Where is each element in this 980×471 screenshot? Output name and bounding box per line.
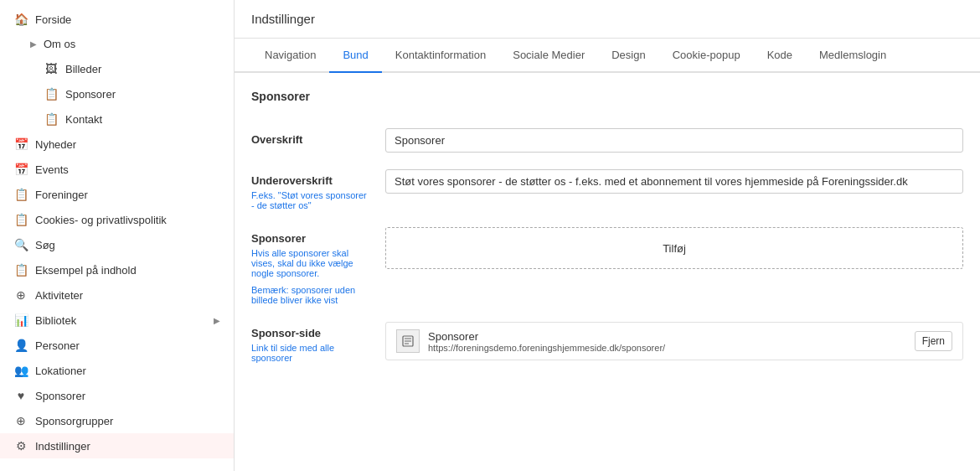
underoverskrift-row: Underoverskrift F.eks. "Støt vores spons…	[251, 169, 963, 210]
tab-kontaktinformation[interactable]: Kontaktinformation	[382, 39, 499, 73]
sponsor-url: https://foreningsdemo.foreningshjemmesid…	[428, 343, 906, 353]
sponsor-side-info: Sponsorer https://foreningsdemo.forening…	[428, 330, 906, 353]
section-title: Sponsorer	[251, 90, 963, 111]
tab-sociale-medier[interactable]: Sociale Medier	[499, 39, 598, 73]
tab-navigation[interactable]: Navigation	[251, 39, 329, 73]
home-icon: 🏠	[13, 13, 28, 26]
underoverskrift-field	[385, 169, 963, 194]
image-icon: 🖼	[44, 62, 59, 75]
sponsorer-hint2: Bemærk: sponsorer uden billede bliver ik…	[251, 285, 369, 305]
sidebar-item-nyheder[interactable]: 📅 Nyheder	[0, 132, 234, 157]
sidebar-item-events[interactable]: 📅 Events	[0, 157, 234, 182]
chevron-right-icon: ▶	[214, 316, 220, 325]
sidebar-item-billeder[interactable]: 🖼 Billeder	[0, 56, 234, 81]
sidebar-item-sponsorer[interactable]: 📋 Sponsorer	[0, 81, 234, 106]
group-icon: ⊕	[13, 414, 28, 427]
sidebar-item-label: Personer	[35, 339, 220, 352]
chevron-icon: ▶	[30, 39, 37, 49]
sidebar-item-lokationer[interactable]: 👥 Lokationer	[0, 358, 234, 383]
tabs-bar: Navigation Bund Kontaktinformation Socia…	[235, 39, 980, 73]
tab-kode[interactable]: Kode	[754, 39, 806, 73]
sponsor-page-icon	[396, 329, 420, 353]
tab-design[interactable]: Design	[598, 39, 658, 73]
overskrift-input[interactable]	[385, 128, 963, 153]
search-icon: 🔍	[13, 238, 28, 251]
tab-content: Sponsorer Overskrift Underoverskrift F.e…	[235, 73, 980, 396]
calendar-icon: 📅	[13, 137, 28, 151]
sidebar-item-label: Om os	[44, 38, 220, 50]
sidebar-item-label: Eksempel på indhold	[35, 264, 220, 277]
page-icon: 📋	[44, 112, 59, 126]
sidebar-item-forside[interactable]: 🏠 Forside	[0, 7, 234, 32]
sidebar-item-label: Cookies- og privatlivspolitik	[35, 214, 220, 226]
sidebar-item-label: Foreninger	[35, 189, 220, 201]
underoverskrift-label: Underoverskrift F.eks. "Støt vores spons…	[251, 169, 369, 210]
sidebar-item-sog[interactable]: 🔍 Søg	[0, 232, 234, 257]
sidebar-item-label: Indstillinger	[35, 440, 220, 453]
sidebar-item-aktiviteter[interactable]: ⊕ Aktiviteter	[0, 282, 234, 308]
tab-medlemslogin[interactable]: Medlemslogin	[806, 39, 900, 73]
sidebar-item-eksempel[interactable]: 📋 Eksempel på indhold	[0, 257, 234, 282]
sidebar-item-sponsorgrupper[interactable]: ⊕ Sponsorgrupper	[0, 408, 234, 433]
underoverskrift-input[interactable]	[385, 169, 963, 194]
page-icon: 📋	[13, 263, 28, 277]
sponsor-side-entry: Sponsorer https://foreningsdemo.forening…	[385, 322, 963, 360]
person-icon: 👤	[13, 339, 28, 352]
overskrift-row: Overskrift	[251, 128, 963, 153]
location-icon: 👥	[13, 364, 28, 377]
sponsor-name: Sponsorer	[428, 330, 906, 343]
sidebar-item-label: Sponsorer	[35, 390, 220, 402]
library-icon: 📊	[13, 313, 28, 327]
tab-cookie-popup[interactable]: Cookie-popup	[659, 39, 754, 73]
sidebar-item-bibliotek[interactable]: 📊 Bibliotek ▶	[0, 308, 234, 333]
sidebar-item-label: Sponsorer	[65, 88, 220, 101]
sponsorer-label: Sponsorer Hvis alle sponsorer skal vises…	[251, 227, 369, 305]
main-content: Indstillinger Navigation Bund Kontaktinf…	[235, 0, 980, 471]
sponsor-side-row: Sponsor-side Link til side med alle spon…	[251, 322, 963, 363]
gear-icon: ⚙	[13, 439, 28, 453]
sidebar-item-label: Søg	[35, 239, 220, 251]
sidebar-item-label: Lokationer	[35, 365, 220, 377]
calendar-icon: 📅	[13, 163, 28, 176]
page-icon: 📋	[44, 87, 59, 101]
sponsor-side-hint: Link til side med alle sponsorer	[251, 343, 369, 363]
sponsorer-row: Sponsorer Hvis alle sponsorer skal vises…	[251, 227, 963, 305]
sidebar-item-label: Sponsorgrupper	[35, 415, 220, 427]
sidebar-item-label: Bibliotek	[35, 314, 207, 327]
add-sponsor-button[interactable]: Tilføj	[385, 227, 963, 269]
sponsorer-hint1: Hvis alle sponsorer skal vises, skal du …	[251, 248, 369, 278]
page-icon: 📋	[13, 188, 28, 201]
sidebar-item-sponsorer2[interactable]: ♥ Sponsorer	[0, 383, 234, 408]
sidebar-item-personer[interactable]: 👤 Personer	[0, 333, 234, 358]
sidebar-item-label: Events	[35, 163, 220, 176]
sidebar-item-cookies[interactable]: 📋 Cookies- og privatlivspolitik	[0, 207, 234, 232]
sponsorer-field: Tilføj	[385, 227, 963, 269]
sidebar-item-foreninger[interactable]: 📋 Foreninger	[0, 182, 234, 207]
tab-bund[interactable]: Bund	[329, 39, 381, 73]
page-icon: 📋	[13, 213, 28, 226]
sponsor-side-field: Sponsorer https://foreningsdemo.forening…	[385, 322, 963, 360]
sponsor-side-label: Sponsor-side Link til side med alle spon…	[251, 322, 369, 363]
sidebar-item-label: Nyheder	[35, 138, 220, 151]
heart-icon: ♥	[13, 389, 28, 402]
fjern-button[interactable]: Fjern	[915, 331, 952, 351]
plus-icon: ⊕	[13, 288, 28, 302]
sidebar-item-kontakt[interactable]: 📋 Kontakt	[0, 106, 234, 132]
sidebar-item-label: Billeder	[65, 63, 220, 75]
sidebar-item-label: Aktiviteter	[35, 289, 220, 302]
sidebar-item-indstillinger[interactable]: ⚙ Indstillinger	[0, 433, 234, 458]
overskrift-field	[385, 128, 963, 153]
sidebar-item-label: Kontakt	[65, 113, 220, 126]
overskrift-label: Overskrift	[251, 128, 369, 146]
sidebar-item-om-os[interactable]: ▶ Om os	[0, 32, 234, 56]
underoverskrift-hint: F.eks. "Støt vores sponsorer - de støtte…	[251, 190, 369, 210]
tilfoj-label: Tilføj	[663, 242, 686, 255]
sidebar-item-label: Forside	[35, 13, 220, 26]
sidebar: 🏠 Forside ▶ Om os 🖼 Billeder 📋 Sponsorer…	[0, 0, 235, 471]
page-title: Indstillinger	[235, 0, 980, 39]
